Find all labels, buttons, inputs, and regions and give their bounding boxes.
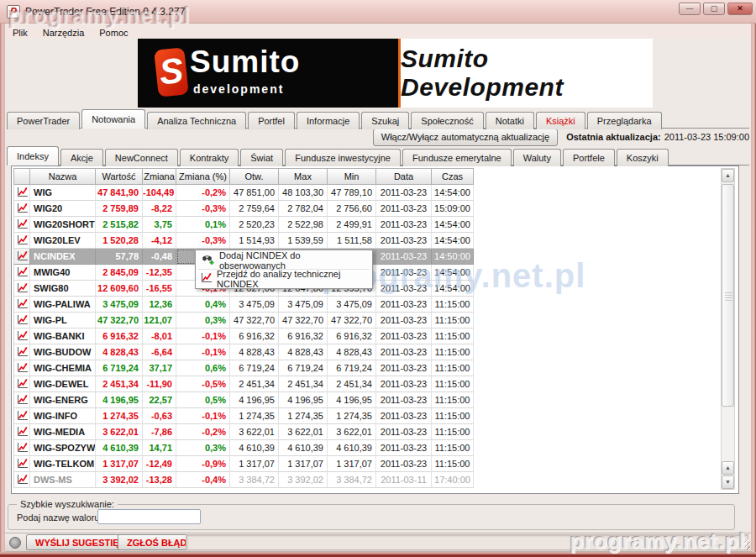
chart-shortcut-icon[interactable] xyxy=(13,313,30,328)
tab-fundusze-inwestycyjne[interactable]: Fundusze inwestycyjne xyxy=(285,149,401,166)
report-bug-button[interactable]: ZGŁOŚ BŁĄD xyxy=(118,534,197,550)
table-row-wig20lev[interactable]: WIG20LEV1 520,28-4,12-0,3%1 514,931 539,… xyxy=(13,233,474,249)
chart-shortcut-icon[interactable] xyxy=(13,281,30,297)
tab-analiza-techniczna[interactable]: Analiza Techniczna xyxy=(147,112,246,129)
table-row-wig-budow[interactable]: WIG-BUDOW4 828,43-6,64-0,1%4 828,434 828… xyxy=(13,344,474,360)
chart-shortcut-icon[interactable] xyxy=(13,360,30,376)
chart-shortcut-icon[interactable] xyxy=(13,408,30,424)
minimize-button[interactable]: — xyxy=(679,3,701,15)
chart-shortcut-icon[interactable] xyxy=(13,344,30,360)
tab-szukaj[interactable]: Szukaj xyxy=(361,112,409,129)
tab-kontrakty[interactable]: Kontrakty xyxy=(180,149,239,166)
tab-powertrader[interactable]: PowerTrader xyxy=(7,112,80,129)
cell-value: 12 609,60 xyxy=(96,281,143,297)
tab-portfel[interactable]: Portfel xyxy=(248,112,295,129)
cell-min: 1 274,35 xyxy=(328,408,376,424)
table-row-wig20[interactable]: WIG202 759,89-8,22-0,3%2 759,642 782,042… xyxy=(13,201,474,217)
table-row-wig-banki[interactable]: WIG-BANKI6 916,32-8,01-0,1%6 916,326 916… xyxy=(13,328,474,344)
chart-shortcut-icon[interactable] xyxy=(13,472,30,488)
menu-plik[interactable]: Plik xyxy=(5,26,35,38)
chart-shortcut-icon[interactable] xyxy=(13,376,30,392)
scroll-up2-icon[interactable]: ▲ xyxy=(722,461,734,475)
column-header-zmiana[interactable]: Zmiana (%) xyxy=(176,168,230,185)
cell-change: -11,90 xyxy=(143,376,176,392)
menu-narz-dzia[interactable]: Narzędzia xyxy=(35,26,92,38)
tab-koszyki[interactable]: Koszyki xyxy=(617,149,669,166)
scrollbar-thumb[interactable] xyxy=(722,184,734,407)
cell-change: -4,12 xyxy=(143,233,176,249)
tab-ksi-ki[interactable]: Książki xyxy=(536,112,585,129)
table-row-wig-spozyw[interactable]: WIG-SPOZYW4 610,3914,710,3%4 610,394 610… xyxy=(13,440,474,456)
column-header-otw[interactable]: Otw. xyxy=(230,168,279,185)
chart-shortcut-icon[interactable] xyxy=(13,392,30,408)
context-menu-label: Dodaj NCINDEX do obserwowanych xyxy=(219,250,367,271)
column-header-zmiana[interactable]: Zmiana xyxy=(143,168,176,185)
chart-shortcut-icon[interactable] xyxy=(13,456,30,472)
table-row-wig-chemia[interactable]: WIG-CHEMIA6 719,2437,170,6%6 719,246 719… xyxy=(13,360,474,376)
send-suggestion-button[interactable]: WYŚLIJ SUGESTIĘ xyxy=(26,534,129,550)
tab-akcje[interactable]: Akcje xyxy=(60,149,103,166)
tab-notatki[interactable]: Notatki xyxy=(486,112,534,129)
chart-shortcut-icon[interactable] xyxy=(13,265,30,281)
resize-grip-icon[interactable] xyxy=(740,539,750,549)
column-header-nazwa[interactable]: Nazwa xyxy=(30,168,96,185)
table-row-wig-info[interactable]: WIG-INFO1 274,35-0,63-0,1%1 274,351 274,… xyxy=(13,408,474,424)
logo-box: S Sumito development xyxy=(138,38,401,108)
column-header-warto[interactable]: Wartość xyxy=(96,168,143,185)
menu-bar: PlikNarzędziaPomoc xyxy=(5,24,751,39)
cell-time: 11:15:00 xyxy=(432,456,474,472)
context-menu-item-2[interactable]: Przejdź do analizy technicznej NCINDEX xyxy=(196,271,372,286)
tab-przegl-darka[interactable]: Przeglądarka xyxy=(587,112,662,129)
table-row-wig-paliwa[interactable]: WIG-PALIWA3 475,0912,360,4%3 475,093 475… xyxy=(13,297,474,313)
column-header-max[interactable]: Max xyxy=(279,168,328,185)
tab-fundusze-emerytalne[interactable]: Fundusze emerytalne xyxy=(402,149,512,166)
scroll-up-icon[interactable]: ▲ xyxy=(722,169,734,182)
tab-portfele[interactable]: Portfele xyxy=(563,149,615,166)
tab-waluty[interactable]: Waluty xyxy=(513,149,561,166)
chart-shortcut-icon[interactable] xyxy=(13,217,30,233)
close-button[interactable]: ✕ xyxy=(727,3,753,15)
chart-shortcut-icon[interactable] xyxy=(13,185,30,201)
column-header-min[interactable]: Min xyxy=(328,168,376,185)
table-row-wig-telkom[interactable]: WIG-TELKOM1 317,07-12,49-0,9%1 317,071 3… xyxy=(13,456,474,472)
tab-spo-eczno[interactable]: Społeczność xyxy=(411,112,483,129)
table-row-wig-pl[interactable]: WIG-PL47 322,70121,070,3%47 322,7047 322… xyxy=(13,313,474,328)
tab-wiat[interactable]: Świat xyxy=(240,149,283,166)
cell-name: WIG-CHEMIA xyxy=(30,360,96,376)
table-row-wig20short[interactable]: WIG20SHORT2 515,823,750,1%2 520,232 522,… xyxy=(13,217,474,233)
table-row-wig[interactable]: WIG47 841,90-104,49-0,2%47 851,0048 103,… xyxy=(13,185,474,201)
chart-shortcut-icon[interactable] xyxy=(13,201,30,217)
table-row-wig-energ[interactable]: WIG-ENERG4 196,9522,570,5%4 196,954 196,… xyxy=(13,392,474,408)
tab-informacje[interactable]: Informacje xyxy=(297,112,360,129)
tab-newconnect[interactable]: NewConnect xyxy=(105,149,178,166)
auto-update-toggle-button[interactable]: Włącz/Wyłącz automatyczną aktualizację xyxy=(373,129,558,146)
menu-pomoc[interactable]: Pomoc xyxy=(92,26,135,38)
cell-value: 3 392,02 xyxy=(96,472,143,488)
cell-name: DWS-MS xyxy=(30,472,96,488)
table-row-wig-media[interactable]: WIG-MEDIA3 622,01-7,86-0,2%3 622,013 622… xyxy=(13,424,474,440)
context-menu-item-1[interactable]: Dodaj NCINDEX do obserwowanych xyxy=(196,252,372,268)
cell-name: WIG20SHORT xyxy=(30,217,96,233)
cell-date: 2011-03-23 xyxy=(376,297,432,313)
chart-shortcut-icon[interactable] xyxy=(13,249,30,265)
table-row-dws-ms[interactable]: DWS-MS3 392,02-13,28-0,4%3 384,723 392,0… xyxy=(13,472,474,488)
quick-search-input[interactable] xyxy=(97,509,201,524)
chart-shortcut-icon[interactable] xyxy=(13,440,30,456)
cell-date: 2011-03-23 xyxy=(376,440,432,456)
maximize-button[interactable]: ▢ xyxy=(703,3,725,15)
tab-indeksy[interactable]: Indeksy xyxy=(7,146,59,166)
cell-change-pct: -0,2% xyxy=(176,424,230,440)
chart-shortcut-icon[interactable] xyxy=(13,424,30,440)
column-header-data[interactable]: Data xyxy=(376,168,432,185)
vertical-scrollbar[interactable]: ▲ ▲ ▼ xyxy=(721,168,735,490)
tab-notowania[interactable]: Notowania xyxy=(81,109,145,129)
quick-search-label: Podaj nazwę waloru: xyxy=(17,512,102,523)
chart-shortcut-icon[interactable] xyxy=(13,297,30,313)
chart-shortcut-icon[interactable] xyxy=(13,328,30,344)
scroll-down-icon[interactable]: ▼ xyxy=(722,476,734,489)
cell-min: 47 322,70 xyxy=(328,313,376,328)
column-header-czas[interactable]: Czas xyxy=(432,168,474,185)
column-header-icon[interactable] xyxy=(13,168,30,185)
chart-shortcut-icon[interactable] xyxy=(13,233,30,249)
table-row-wig-dewel[interactable]: WIG-DEWEL2 451,34-11,90-0,5%2 451,342 45… xyxy=(13,376,474,392)
